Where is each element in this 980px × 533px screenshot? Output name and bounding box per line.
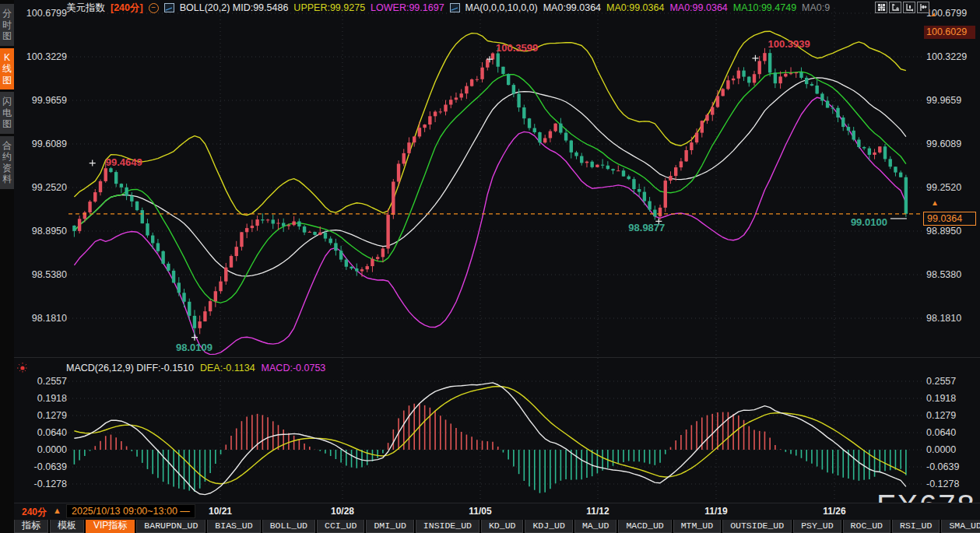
timeframe-label[interactable]: 240分 [22, 506, 47, 519]
toolbar-tab[interactable]: CCI_UD [317, 520, 364, 533]
timeframe-arrow-icon[interactable]: ▲ [53, 506, 61, 515]
macd-axis-label: 0.2557 [926, 376, 956, 387]
macd-axis-label: 0.0640 [37, 427, 67, 438]
extreme-price-label: 98.9877 [628, 222, 665, 233]
price-axis-label: 99.6089 [926, 139, 961, 149]
price-pane-header: 美元指数 [240分] − BOLL(20,2) MID:99.5486 UPP… [66, 2, 830, 14]
ma0-value-gray: MA0:9 [802, 2, 830, 13]
toolbar-tab[interactable]: KDJ_UD [525, 520, 572, 533]
resize-handle-icon[interactable] [931, 12, 935, 16]
ma-params: MA(0,0,0,10,0,0) [465, 2, 538, 13]
toolbar-tab[interactable]: ROC_UD [843, 520, 890, 533]
toolbar-tab[interactable]: SMA_UD [941, 520, 980, 533]
ma0-value-magenta: MA0:99.0364 [669, 2, 727, 13]
macd-pane [74, 383, 906, 495]
date-label: 11/26 [823, 506, 845, 517]
ma10-value: MA10:99.4749 [733, 2, 796, 13]
boll-mid-value: BOLL(20,2) MID:99.5486 [180, 2, 289, 13]
extreme-price-label: 100.3599 [496, 42, 538, 54]
price-axis-label: 99.2520 [926, 182, 961, 193]
macd-dea-value: DEA:-0.1134 [200, 363, 255, 373]
macd-diff-value: MACD(26,12,9) DIFF:-0.1510 [66, 363, 194, 373]
macd-axis-label: -0.0639 [34, 461, 67, 472]
sidebar-tab[interactable]: 合 约 资 料 [0, 136, 14, 189]
period-label: [240分] [111, 2, 143, 15]
macd-axis-label: -0.1278 [34, 479, 67, 489]
boll-lower-value: LOWER:99.1697 [371, 2, 444, 13]
boll-upper-value: UPPER:99.9275 [293, 2, 365, 13]
ma-indicator-icon[interactable] [450, 3, 460, 12]
price-axis-label: 98.8950 [32, 226, 67, 237]
toolbar-tab[interactable]: MTM_UD [673, 520, 721, 533]
toolbar-tab[interactable]: 模板 [50, 520, 84, 533]
axis-scale-left-icon[interactable] [889, 2, 901, 13]
toolbar-tab[interactable]: DMI_UD [366, 520, 413, 533]
toolbar-tab[interactable]: KD_UD [481, 520, 524, 533]
date-label: 11/19 [704, 506, 727, 517]
toolbar-tab[interactable]: BIAS_UD [207, 520, 260, 533]
sidebar-tab[interactable]: K 线 图 [0, 48, 14, 90]
date-label: 11/05 [469, 506, 491, 517]
toolbar-tab[interactable]: BARUPDN_UD [136, 520, 205, 533]
price-axis-label: 98.8950 [926, 226, 961, 237]
macd-axis-label: 0.0640 [926, 427, 956, 438]
toolbar-tab[interactable]: VIP指标 [86, 520, 135, 533]
macd-axis-label: -0.1278 [926, 479, 959, 489]
extreme-price-label: 98.0109 [176, 342, 213, 353]
toolbar-tab[interactable]: PSY_UD [793, 520, 841, 533]
toolbar-tab[interactable]: BOLL_UD [262, 520, 315, 533]
extreme-price-label: 100.3939 [767, 38, 810, 50]
price-axis-label: 100.6799 [26, 8, 67, 19]
right-price-axis: 100.6799100.322999.965999.608999.252098.… [926, 8, 967, 489]
price-axis-label: 98.1810 [32, 313, 67, 324]
pan-tool-icon[interactable] [875, 2, 887, 13]
candlestick-series [72, 47, 908, 338]
price-axis-label: 100.3229 [26, 51, 67, 62]
macd-axis-label: 0.0000 [37, 444, 67, 455]
indicator-toolbar: 指标模板VIP指标BARUPDN_UDBIAS_UDBOLL_UDCCI_UDD… [14, 520, 980, 533]
date-label: 10/28 [331, 506, 354, 517]
ma0-value-yellow: MA0:99.0364 [606, 2, 664, 13]
price-axis-label: 98.5380 [926, 269, 961, 280]
left-price-axis: 100.6799100.322999.965999.608999.252098.… [26, 8, 67, 489]
current-price-box: 99.0364 [923, 212, 976, 226]
macd-axis-label: 0.0000 [926, 444, 956, 455]
toolbar-tab[interactable]: 指标 [14, 520, 48, 533]
price-axis-label: 100.3229 [926, 51, 967, 62]
extreme-price-label: 99.4649 [106, 156, 142, 168]
price-axis-label: 99.6089 [32, 139, 67, 149]
boll-indicator-icon[interactable] [164, 3, 174, 12]
date-label: 10/21 [209, 506, 232, 517]
price-axis-label: 98.5380 [32, 269, 67, 280]
toolbar-tab[interactable]: INSIDE_UD [416, 520, 479, 533]
axis-shift-icon[interactable] [917, 2, 929, 13]
chart-canvas[interactable]: 99.464998.0109100.3599100.393998.987799.… [0, 0, 980, 533]
collapse-icon[interactable]: − [149, 3, 159, 13]
grid [68, 8, 923, 501]
toolbar-tab[interactable]: RSI_UD [892, 520, 940, 533]
price-marker-arrow-icon: ▲ [931, 199, 939, 207]
toolbar-tab[interactable]: OUTSIDE_UD [722, 520, 792, 533]
price-axis-label: 99.2520 [32, 182, 67, 193]
macd-axis-label: 0.1918 [37, 393, 67, 404]
axis-scale-right-icon[interactable] [903, 2, 915, 13]
macd-axis-label: -0.0639 [926, 461, 959, 472]
macd-axis-label: 0.1918 [926, 393, 956, 404]
sidebar-tab[interactable]: 分 时 图 [0, 4, 14, 46]
macd-axis-label: 0.1279 [926, 410, 956, 421]
macd-axis-label: 0.1279 [37, 410, 67, 421]
ma0-value-white: MA0:99.0364 [543, 2, 601, 13]
macd-axis-label: 0.2557 [37, 376, 67, 387]
toolbar-tab[interactable]: MA_UD [574, 520, 617, 533]
macd-indicator-icon[interactable] [17, 363, 28, 373]
price-pane [72, 31, 908, 355]
bar-time-tooltip: 2025/10/13 09:00~13:00 — [66, 504, 195, 518]
date-label: 11/12 [586, 506, 609, 517]
toolbar-tab[interactable]: MACD_UD [618, 520, 671, 533]
sidebar-tab[interactable]: 闪 电 图 [0, 92, 14, 134]
macd-pane-header: MACD(26,12,9) DIFF:-0.1510 DEA:-0.1134 M… [66, 363, 325, 373]
trading-app-window: { "sidebar": { "items": [ {"label": "分时图… [0, 0, 980, 533]
price-axis-label: 99.9659 [926, 95, 961, 106]
price-axis-label: 98.1810 [926, 313, 961, 324]
chart-tool-buttons [875, 2, 929, 13]
